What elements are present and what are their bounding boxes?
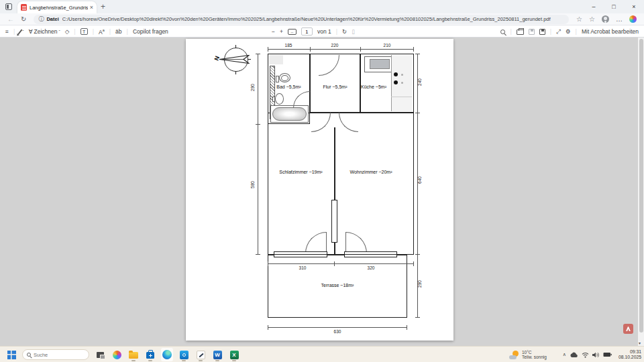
divider: |	[576, 28, 577, 35]
edge-icon	[162, 350, 172, 359]
file-explorer-button[interactable]	[127, 348, 140, 361]
page-info-icon[interactable]: ⓘ	[38, 15, 44, 23]
excel-button[interactable]: X	[228, 348, 240, 361]
pen-app-button[interactable]	[195, 348, 207, 361]
tab-close-icon[interactable]: ×	[90, 4, 93, 11]
address-toolbar: ← ↻ ⓘ Datei C:/Users/horew/OneDrive/Desk…	[0, 13, 644, 25]
dim-label: 220	[323, 43, 346, 48]
copilot-icon[interactable]	[629, 15, 637, 23]
dim-label: 290	[417, 278, 422, 291]
zoom-out-button[interactable]: −	[272, 28, 275, 35]
rotate-icon[interactable]: ↻	[342, 28, 347, 35]
outlook-button[interactable]	[178, 348, 190, 361]
dim-label: 290	[250, 81, 255, 95]
draw-button[interactable]: ∀Zeichnenˇ	[29, 28, 60, 35]
fit-page-icon[interactable]: ↔	[288, 29, 297, 35]
pdf-toolbar: ≡ | ˇ ∀Zeichnenˇ ◇ | T | Aa | äb | Copil…	[0, 25, 644, 38]
dim-label: 640	[417, 174, 422, 187]
save-icon[interactable]	[529, 29, 535, 35]
search-icon[interactable]	[500, 29, 505, 34]
dim-label: 240	[417, 76, 422, 89]
divider: |	[109, 28, 111, 35]
clock-widget[interactable]: 09:31 08.10.2025	[619, 349, 641, 360]
collections-icon[interactable]: ☆	[589, 13, 595, 25]
browser-window: Langbehnstraße_Grundriss_2025 × + – □ × …	[0, 0, 644, 346]
refresh-button[interactable]: ↻	[21, 13, 26, 25]
close-button[interactable]: ×	[624, 0, 644, 13]
fullscreen-icon[interactable]: ⤢	[556, 28, 561, 36]
scrollbar[interactable]: ▾	[638, 38, 644, 346]
search-input[interactable]	[34, 352, 80, 358]
word-button[interactable]: W	[211, 348, 223, 361]
page-number-input[interactable]	[301, 27, 313, 36]
bath-niche	[269, 55, 283, 64]
pdf-page: N	[186, 39, 453, 341]
read-aloud-icon[interactable]: Aa	[99, 28, 105, 36]
chevron-down-icon: ˇ	[22, 29, 23, 34]
kitchen-sink-icon	[370, 59, 390, 69]
word-icon: W	[213, 351, 222, 359]
browser-menu-icon[interactable]: …	[616, 13, 623, 25]
task-view-button[interactable]	[94, 348, 106, 361]
zoom-in-button[interactable]: +	[280, 28, 283, 35]
divider: |	[74, 28, 75, 35]
highlighter-icon: ∀	[29, 28, 33, 35]
minimize-button[interactable]: –	[584, 0, 604, 13]
profile-avatar[interactable]	[602, 15, 609, 23]
window-icon	[274, 251, 327, 257]
volume-icon[interactable]	[592, 352, 600, 358]
search-icon	[27, 353, 31, 357]
wifi-icon[interactable]	[582, 352, 589, 358]
edge-button[interactable]	[161, 348, 173, 361]
stove-icon	[394, 72, 398, 76]
translate-icon[interactable]: äb	[115, 28, 121, 35]
save-as-icon[interactable]	[539, 29, 545, 35]
room-label-flur: Flur ~5,5m²	[310, 84, 360, 89]
page-total-label: von 1	[317, 28, 331, 35]
draw-label: Zeichnen	[34, 28, 57, 35]
battery-icon[interactable]	[603, 352, 612, 357]
new-tab-button[interactable]: +	[101, 2, 105, 11]
open-acrobat-button[interactable]: Mit Acrobat bearbeiten	[582, 28, 639, 35]
system-tray: ∧	[563, 352, 612, 358]
room-label-kueche: Küche ~5m²	[355, 84, 392, 89]
eraser-icon[interactable]: ◇	[65, 28, 70, 35]
address-bar[interactable]: ⓘ Datei C:/Users/horew/OneDrive/Desktop%…	[34, 15, 569, 24]
bath-sink-icon	[275, 93, 284, 105]
highlight-pen-button[interactable]: ˇ	[19, 29, 23, 35]
divider: |	[93, 28, 94, 35]
stove-icon	[394, 80, 398, 84]
print-icon[interactable]	[517, 29, 524, 35]
favorites-icon[interactable]: ☆	[576, 13, 582, 25]
page-view-icon[interactable]: ▯	[352, 28, 355, 35]
onedrive-cloud-icon[interactable]	[570, 352, 578, 358]
tab-actions-icon[interactable]	[5, 3, 12, 10]
start-button[interactable]	[5, 348, 17, 361]
taskbar-search[interactable]	[22, 349, 89, 360]
pen-icon	[197, 351, 205, 359]
store-button[interactable]	[144, 348, 156, 361]
maximize-button[interactable]: □	[604, 0, 624, 13]
divider: |	[127, 28, 128, 35]
back-button[interactable]: ←	[7, 13, 14, 25]
scroll-down-icon[interactable]: ▾	[639, 341, 641, 345]
settings-gear-icon[interactable]: ⚙	[566, 28, 571, 35]
excel-icon: X	[230, 351, 239, 359]
add-text-icon[interactable]: T	[80, 28, 88, 35]
tab-strip: Langbehnstraße_Grundriss_2025 × + – □ ×	[0, 0, 644, 13]
room-main	[268, 113, 414, 255]
copilot-app-button[interactable]	[111, 348, 123, 361]
north-arrow	[219, 55, 250, 64]
toc-icon[interactable]: ≡	[5, 28, 9, 35]
windows-logo-icon	[7, 351, 16, 359]
copilot-ask-button[interactable]: Copilot fragen	[133, 28, 168, 35]
dim-label: 630	[326, 329, 349, 334]
open-in-acrobat-fab[interactable]	[623, 324, 633, 334]
weather-widget[interactable]: 10°C Teilw. sonnig	[509, 350, 547, 360]
window-icon	[344, 251, 397, 257]
taskbar: W X 10°C Teilw. sonnig ∧ 09:31 08.10.202…	[0, 346, 644, 362]
tray-expand-icon[interactable]: ∧	[563, 352, 566, 357]
scrollbar-thumb[interactable]	[639, 39, 643, 333]
browser-tab[interactable]: Langbehnstraße_Grundriss_2025 ×	[17, 1, 97, 13]
folder-icon	[129, 352, 138, 359]
